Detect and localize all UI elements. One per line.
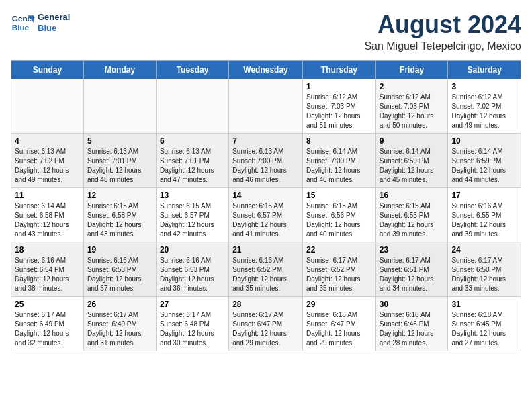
day-info: Sunrise: 6:15 AM Sunset: 6:57 PM Dayligh… bbox=[232, 201, 299, 239]
calendar-cell: 13Sunrise: 6:15 AM Sunset: 6:57 PM Dayli… bbox=[156, 188, 228, 242]
day-number: 13 bbox=[160, 191, 225, 200]
day-info: Sunrise: 6:15 AM Sunset: 6:55 PM Dayligh… bbox=[380, 201, 445, 239]
subtitle: San Miguel Tetepelcingo, Mexico bbox=[364, 40, 521, 52]
day-number: 24 bbox=[451, 245, 517, 255]
header-tuesday: Tuesday bbox=[156, 61, 228, 79]
day-info: Sunrise: 6:13 AM Sunset: 7:00 PM Dayligh… bbox=[232, 147, 299, 185]
day-info: Sunrise: 6:14 AM Sunset: 6:59 PM Dayligh… bbox=[451, 147, 517, 185]
calendar-cell: 23Sunrise: 6:17 AM Sunset: 6:51 PM Dayli… bbox=[375, 242, 448, 297]
calendar-cell: 26Sunrise: 6:17 AM Sunset: 6:49 PM Dayli… bbox=[83, 297, 156, 351]
day-info: Sunrise: 6:18 AM Sunset: 6:46 PM Dayligh… bbox=[380, 310, 445, 348]
day-number: 7 bbox=[232, 136, 299, 146]
page-header: General Blue General Blue August 2024 Sa… bbox=[11, 11, 521, 52]
day-number: 3 bbox=[451, 82, 517, 91]
day-number: 27 bbox=[160, 300, 225, 309]
calendar-cell: 29Sunrise: 6:18 AM Sunset: 6:47 PM Dayli… bbox=[302, 297, 375, 351]
day-number: 6 bbox=[160, 136, 225, 146]
day-info: Sunrise: 6:17 AM Sunset: 6:51 PM Dayligh… bbox=[380, 256, 445, 293]
day-number: 16 bbox=[380, 191, 445, 200]
day-info: Sunrise: 6:16 AM Sunset: 6:54 PM Dayligh… bbox=[15, 256, 80, 293]
week-row-4: 18Sunrise: 6:16 AM Sunset: 6:54 PM Dayli… bbox=[11, 242, 521, 297]
calendar-cell: 16Sunrise: 6:15 AM Sunset: 6:55 PM Dayli… bbox=[375, 188, 448, 242]
header-friday: Friday bbox=[375, 61, 448, 79]
header-thursday: Thursday bbox=[302, 61, 375, 79]
svg-text:Blue: Blue bbox=[12, 23, 30, 32]
calendar-cell: 17Sunrise: 6:16 AM Sunset: 6:55 PM Dayli… bbox=[448, 188, 521, 242]
day-info: Sunrise: 6:16 AM Sunset: 6:52 PM Dayligh… bbox=[232, 256, 299, 293]
logo: General Blue General Blue bbox=[11, 11, 70, 35]
calendar-cell: 7Sunrise: 6:13 AM Sunset: 7:00 PM Daylig… bbox=[229, 134, 303, 188]
day-number: 14 bbox=[232, 191, 299, 200]
title-section: August 2024 San Miguel Tetepelcingo, Mex… bbox=[364, 11, 521, 52]
day-info: Sunrise: 6:12 AM Sunset: 7:03 PM Dayligh… bbox=[306, 93, 372, 130]
calendar-cell: 20Sunrise: 6:16 AM Sunset: 6:53 PM Dayli… bbox=[156, 242, 228, 297]
calendar-cell: 28Sunrise: 6:17 AM Sunset: 6:47 PM Dayli… bbox=[229, 297, 303, 351]
day-number: 20 bbox=[160, 245, 225, 255]
calendar-cell: 2Sunrise: 6:12 AM Sunset: 7:03 PM Daylig… bbox=[375, 79, 448, 134]
day-info: Sunrise: 6:14 AM Sunset: 7:00 PM Dayligh… bbox=[306, 147, 372, 185]
calendar-cell: 14Sunrise: 6:15 AM Sunset: 6:57 PM Dayli… bbox=[229, 188, 303, 242]
day-info: Sunrise: 6:14 AM Sunset: 6:59 PM Dayligh… bbox=[380, 147, 445, 185]
day-info: Sunrise: 6:15 AM Sunset: 6:58 PM Dayligh… bbox=[87, 201, 152, 239]
calendar-cell bbox=[156, 79, 228, 134]
day-info: Sunrise: 6:16 AM Sunset: 6:53 PM Dayligh… bbox=[87, 256, 152, 293]
day-number: 5 bbox=[87, 136, 152, 146]
day-info: Sunrise: 6:18 AM Sunset: 6:45 PM Dayligh… bbox=[451, 310, 517, 348]
day-number: 28 bbox=[232, 300, 299, 309]
day-info: Sunrise: 6:17 AM Sunset: 6:48 PM Dayligh… bbox=[160, 310, 225, 348]
header-monday: Monday bbox=[83, 61, 156, 79]
calendar-cell: 5Sunrise: 6:13 AM Sunset: 7:01 PM Daylig… bbox=[83, 134, 156, 188]
day-number: 29 bbox=[306, 300, 372, 309]
day-info: Sunrise: 6:17 AM Sunset: 6:49 PM Dayligh… bbox=[87, 310, 152, 348]
day-info: Sunrise: 6:13 AM Sunset: 7:02 PM Dayligh… bbox=[15, 147, 80, 185]
calendar-header-row: SundayMondayTuesdayWednesdayThursdayFrid… bbox=[11, 61, 521, 79]
calendar-cell: 3Sunrise: 6:12 AM Sunset: 7:02 PM Daylig… bbox=[448, 79, 521, 134]
calendar-cell: 9Sunrise: 6:14 AM Sunset: 6:59 PM Daylig… bbox=[375, 134, 448, 188]
day-info: Sunrise: 6:18 AM Sunset: 6:47 PM Dayligh… bbox=[306, 310, 372, 348]
header-wednesday: Wednesday bbox=[229, 61, 303, 79]
day-info: Sunrise: 6:14 AM Sunset: 6:58 PM Dayligh… bbox=[15, 201, 80, 239]
logo-icon: General Blue bbox=[11, 11, 35, 35]
week-row-2: 4Sunrise: 6:13 AM Sunset: 7:02 PM Daylig… bbox=[11, 134, 521, 188]
day-number: 1 bbox=[306, 82, 372, 91]
day-info: Sunrise: 6:15 AM Sunset: 6:56 PM Dayligh… bbox=[306, 201, 372, 239]
day-number: 19 bbox=[87, 245, 152, 255]
calendar-cell: 25Sunrise: 6:17 AM Sunset: 6:49 PM Dayli… bbox=[11, 297, 84, 351]
calendar-cell bbox=[83, 79, 156, 134]
week-row-3: 11Sunrise: 6:14 AM Sunset: 6:58 PM Dayli… bbox=[11, 188, 521, 242]
logo-text-blue: Blue bbox=[38, 23, 70, 34]
calendar-table: SundayMondayTuesdayWednesdayThursdayFrid… bbox=[11, 60, 521, 351]
calendar-cell bbox=[11, 79, 84, 134]
calendar-cell: 15Sunrise: 6:15 AM Sunset: 6:56 PM Dayli… bbox=[302, 188, 375, 242]
day-number: 12 bbox=[87, 191, 152, 200]
day-number: 22 bbox=[306, 245, 372, 255]
day-number: 25 bbox=[15, 300, 80, 309]
main-title: August 2024 bbox=[364, 11, 521, 39]
day-info: Sunrise: 6:15 AM Sunset: 6:57 PM Dayligh… bbox=[160, 201, 225, 239]
day-info: Sunrise: 6:16 AM Sunset: 6:53 PM Dayligh… bbox=[160, 256, 225, 293]
calendar-cell: 12Sunrise: 6:15 AM Sunset: 6:58 PM Dayli… bbox=[83, 188, 156, 242]
calendar-cell: 1Sunrise: 6:12 AM Sunset: 7:03 PM Daylig… bbox=[302, 79, 375, 134]
day-info: Sunrise: 6:13 AM Sunset: 7:01 PM Dayligh… bbox=[160, 147, 225, 185]
day-number: 10 bbox=[451, 136, 517, 146]
day-number: 21 bbox=[232, 245, 299, 255]
day-number: 30 bbox=[380, 300, 445, 309]
header-saturday: Saturday bbox=[448, 61, 521, 79]
day-info: Sunrise: 6:17 AM Sunset: 6:50 PM Dayligh… bbox=[451, 256, 517, 293]
day-number: 4 bbox=[15, 136, 80, 146]
day-number: 11 bbox=[15, 191, 80, 200]
day-number: 23 bbox=[380, 245, 445, 255]
day-info: Sunrise: 6:17 AM Sunset: 6:47 PM Dayligh… bbox=[232, 310, 299, 348]
day-number: 31 bbox=[451, 300, 517, 309]
calendar-cell: 4Sunrise: 6:13 AM Sunset: 7:02 PM Daylig… bbox=[11, 134, 84, 188]
calendar-cell: 31Sunrise: 6:18 AM Sunset: 6:45 PM Dayli… bbox=[448, 297, 521, 351]
calendar-cell: 24Sunrise: 6:17 AM Sunset: 6:50 PM Dayli… bbox=[448, 242, 521, 297]
day-number: 9 bbox=[380, 136, 445, 146]
week-row-5: 25Sunrise: 6:17 AM Sunset: 6:49 PM Dayli… bbox=[11, 297, 521, 351]
day-number: 15 bbox=[306, 191, 372, 200]
logo-text-general: General bbox=[38, 12, 70, 23]
calendar-cell: 6Sunrise: 6:13 AM Sunset: 7:01 PM Daylig… bbox=[156, 134, 228, 188]
day-number: 26 bbox=[87, 300, 152, 309]
calendar-cell: 19Sunrise: 6:16 AM Sunset: 6:53 PM Dayli… bbox=[83, 242, 156, 297]
day-info: Sunrise: 6:12 AM Sunset: 7:03 PM Dayligh… bbox=[380, 93, 445, 130]
